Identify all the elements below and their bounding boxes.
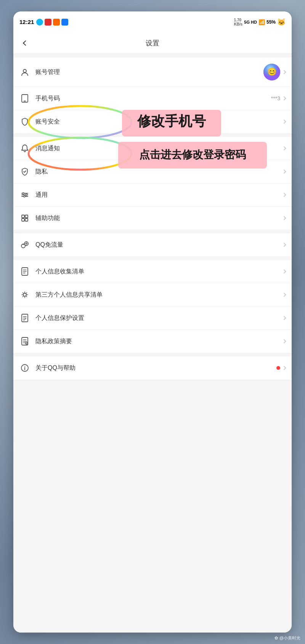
chevron-icon <box>282 193 286 197</box>
account-right: 😊 <box>263 64 286 80</box>
policy-right <box>283 340 286 343</box>
svg-rect-14 <box>22 218 24 221</box>
protection-icon <box>19 313 30 323</box>
account-icon <box>19 67 30 77</box>
accessibility-right <box>283 217 286 220</box>
qq-app-icon <box>36 19 43 26</box>
watermark-icon: ✿ <box>274 636 278 641</box>
account-section: 账号管理 <box>13 58 292 133</box>
protection-right <box>283 316 286 320</box>
menu-item-privacy-policy[interactable]: 隐私政策摘要 <box>13 330 292 353</box>
content-area: 账号管理 <box>13 54 292 633</box>
general-icon <box>19 190 30 200</box>
chevron-icon <box>282 119 286 124</box>
security-right <box>283 120 286 123</box>
menu-item-accessibility[interactable]: 辅助功能 <box>13 207 292 230</box>
menu-item-personal-info-protection[interactable]: 个人信息保护设置 <box>13 307 292 330</box>
notification-right <box>283 147 286 150</box>
security-icon <box>19 116 30 127</box>
wifi-icon: 📶 <box>258 19 265 25</box>
third-party-label: 第三方个人信息共享清单 <box>35 291 283 299</box>
privacy-icon <box>19 166 30 177</box>
chevron-icon <box>282 366 286 370</box>
menu-item-notification[interactable]: 消息通知 <box>13 137 292 160</box>
menu-item-general[interactable]: 通用 <box>13 183 292 207</box>
status-right: 1.70KB/s 5G HD 📶 55% 🐱 <box>234 18 286 26</box>
accessibility-label: 辅助功能 <box>35 214 283 222</box>
status-time: 12:21 <box>19 19 34 25</box>
menu-item-phone-number[interactable]: 手机号码 ***3 <box>13 87 292 110</box>
privacy-info-section: 个人信息收集清单 第三方个人信息共享清单 <box>13 260 292 353</box>
about-qq-label: 关于QQ与帮助 <box>35 364 276 372</box>
phone-number-label: 手机号码 <box>35 95 271 103</box>
user-avatar: 😊 <box>263 64 280 80</box>
status-left: 12:21 <box>19 19 68 26</box>
menu-item-account-security[interactable]: 账号安全 <box>13 110 292 133</box>
svg-rect-12 <box>22 215 24 218</box>
menu-item-personal-info-list[interactable]: 个人信息收集清单 <box>13 260 292 283</box>
privacy-policy-label: 隐私政策摘要 <box>35 337 283 345</box>
general-label: 通用 <box>35 191 283 199</box>
qq-free-icon <box>19 239 30 250</box>
privacy-right <box>283 170 286 173</box>
general-right <box>283 193 286 196</box>
policy-icon <box>19 336 30 347</box>
personal-info-list-label: 个人信息收集清单 <box>35 268 283 276</box>
menu-item-account-management[interactable]: 账号管理 <box>13 58 292 87</box>
chevron-icon <box>282 96 286 100</box>
battery-text: 55% <box>266 19 276 25</box>
privacy-label: 隐私 <box>35 168 283 176</box>
phone-value: ***3 <box>271 95 280 101</box>
about-section: 关于QQ与帮助 <box>13 357 292 379</box>
phone-container: 12:21 1.70KB/s 5G HD 📶 55% 🐱 设置 <box>13 11 292 633</box>
page-title: 设置 <box>146 39 159 48</box>
svg-point-29 <box>24 366 25 367</box>
notification-section: 消息通知 隐私 <box>13 137 292 230</box>
status-bar: 12:21 1.70KB/s 5G HD 📶 55% 🐱 <box>13 11 292 32</box>
svg-point-11 <box>24 196 25 197</box>
account-security-label: 账号安全 <box>35 118 283 126</box>
chevron-icon <box>282 169 286 173</box>
third-party-right <box>283 293 286 296</box>
qq-free-label: QQ免流量 <box>35 241 283 249</box>
svg-rect-13 <box>25 215 28 218</box>
menu-item-about-qq[interactable]: 关于QQ与帮助 <box>13 357 292 379</box>
chevron-icon <box>282 316 286 320</box>
bottom-spacer <box>13 383 292 406</box>
avatar-small: 🐱 <box>277 18 286 26</box>
blue-app-icon <box>61 19 68 26</box>
menu-item-third-party[interactable]: 第三方个人信息共享清单 <box>13 283 292 307</box>
orange-app-icon <box>53 19 60 26</box>
phone-right: ***3 <box>271 95 286 101</box>
qq-free-section: QQ免流量 <box>13 233 292 256</box>
personal-info-right <box>283 270 286 273</box>
qq-free-right <box>283 243 286 246</box>
header: 设置 <box>13 32 292 54</box>
back-arrow-icon <box>23 40 28 45</box>
chevron-icon <box>282 339 286 343</box>
chevron-icon <box>282 292 286 297</box>
chevron-icon <box>282 70 286 74</box>
red-app-icon <box>45 19 51 26</box>
about-icon <box>19 363 30 373</box>
menu-item-privacy[interactable]: 隐私 <box>13 160 292 183</box>
about-right <box>276 366 286 370</box>
notification-label: 消息通知 <box>35 145 283 153</box>
third-party-icon <box>19 289 30 300</box>
network-text: 5G HD <box>244 20 257 24</box>
account-management-label: 账号管理 <box>35 68 263 76</box>
accessibility-icon <box>19 213 30 223</box>
chevron-icon <box>282 269 286 273</box>
watermark-text: @小美时光 <box>279 635 300 641</box>
update-badge <box>276 366 280 370</box>
speed-text: 1.70KB/s <box>234 18 243 26</box>
watermark: ✿ @小美时光 <box>274 635 300 641</box>
status-app-icons <box>36 19 68 26</box>
svg-rect-15 <box>25 218 28 221</box>
phone-icon <box>19 93 30 104</box>
bell-icon <box>19 143 30 154</box>
personal-info-protection-label: 个人信息保护设置 <box>35 314 283 322</box>
back-button[interactable] <box>19 37 32 49</box>
chevron-icon <box>282 243 286 247</box>
menu-item-qq-free[interactable]: QQ免流量 <box>13 233 292 256</box>
